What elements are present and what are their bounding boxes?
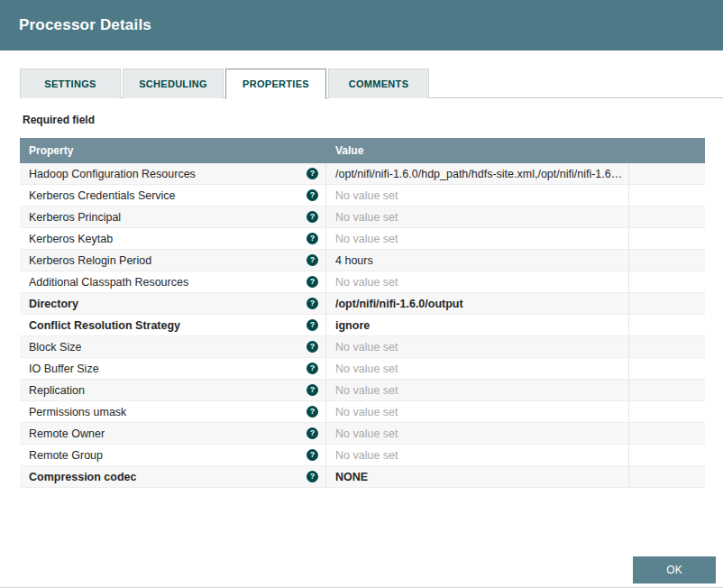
table-row: Kerberos Keytab? No value set — [20, 228, 705, 250]
property-name: Kerberos Relogin Period — [29, 254, 151, 267]
property-name: Kerberos Keytab — [29, 233, 113, 245]
property-value: No value set — [335, 384, 628, 397]
property-name: Hadoop Configuration Resources — [29, 168, 196, 180]
property-name: Replication — [29, 384, 85, 397]
table-row: Kerberos Credentials Service? No value s… — [20, 185, 705, 207]
property-value: 4 hours — [335, 254, 628, 267]
column-header-property: Property — [20, 144, 326, 157]
property-value: No value set — [335, 341, 628, 354]
table-row: Additional Classpath Resources? No value… — [20, 271, 705, 293]
help-icon[interactable]: ? — [307, 168, 318, 179]
property-name: Permissions umask — [29, 406, 126, 418]
property-value: No value set — [335, 211, 628, 224]
tab-properties[interactable]: PROPERTIES — [225, 69, 326, 99]
property-name: Additional Classpath Resources — [29, 276, 188, 289]
table-row: Replication? No value set — [20, 380, 705, 401]
help-icon[interactable]: ? — [307, 341, 318, 353]
help-icon[interactable]: ? — [307, 384, 318, 396]
tab-bar: SETTINGS SCHEDULING PROPERTIES COMMENTS — [20, 69, 723, 98]
property-name: Compression codec — [29, 471, 136, 483]
property-name: Block Size — [29, 341, 81, 354]
property-value: /opt/nifi/nifi-1.6.0/hdp_path/hdfs-site.… — [335, 168, 628, 180]
help-icon[interactable]: ? — [307, 363, 318, 374]
tab-scheduling[interactable]: SCHEDULING — [123, 69, 224, 98]
ok-button[interactable]: OK — [633, 556, 716, 583]
property-value: No value set — [335, 276, 628, 289]
help-icon[interactable]: ? — [307, 319, 318, 331]
property-value: No value set — [335, 363, 628, 375]
property-name: Kerberos Credentials Service — [29, 189, 176, 202]
property-value: ignore — [335, 319, 628, 332]
dialog-header: Processor Details — [0, 0, 723, 51]
table-row: Block Size? No value set — [20, 336, 705, 358]
property-value: No value set — [335, 189, 628, 202]
table-row: Kerberos Relogin Period? 4 hours — [20, 250, 705, 271]
property-value: No value set — [335, 427, 628, 440]
required-field-label: Required field — [23, 114, 95, 126]
table-row: Hadoop Configuration Resources? /opt/nif… — [20, 163, 705, 185]
table-row: Conflict Resolution Strategy? ignore — [20, 315, 705, 336]
help-icon[interactable]: ? — [307, 471, 318, 482]
table-row: Kerberos Principal? No value set — [20, 207, 705, 228]
table-row: Compression codec? NONE — [20, 466, 705, 488]
help-icon[interactable]: ? — [307, 406, 318, 418]
help-icon[interactable]: ? — [307, 449, 318, 461]
property-value: NONE — [335, 471, 628, 483]
help-icon[interactable]: ? — [307, 276, 318, 288]
property-name: IO Buffer Size — [29, 363, 99, 375]
table-row: Remote Group? No value set — [20, 445, 705, 466]
property-name: Kerberos Principal — [29, 211, 121, 224]
tab-comments[interactable]: COMMENTS — [328, 69, 429, 98]
property-name: Remote Group — [29, 449, 103, 462]
help-icon[interactable]: ? — [307, 254, 318, 266]
property-value: No value set — [335, 449, 628, 462]
help-icon[interactable]: ? — [307, 298, 318, 309]
property-value: No value set — [335, 406, 628, 418]
table-row: Directory? /opt/nifi/nifi-1.6.0/output — [20, 293, 705, 315]
help-icon[interactable]: ? — [307, 189, 318, 201]
tab-settings[interactable]: SETTINGS — [20, 69, 121, 98]
help-icon[interactable]: ? — [307, 211, 318, 223]
table-row: Remote Owner? No value set — [20, 423, 705, 445]
table-row: Permissions umask? No value set — [20, 401, 705, 423]
column-header-value: Value — [326, 144, 629, 157]
property-value: /opt/nifi/nifi-1.6.0/output — [335, 298, 628, 310]
property-name: Directory — [29, 298, 78, 310]
property-value: No value set — [335, 233, 628, 245]
help-icon[interactable]: ? — [307, 427, 318, 439]
property-name: Conflict Resolution Strategy — [29, 319, 180, 332]
dialog-title: Processor Details — [19, 16, 151, 34]
property-name: Remote Owner — [29, 427, 105, 440]
properties-table: Property Value Hadoop Configuration Reso… — [20, 138, 705, 488]
table-header-row: Property Value — [20, 138, 705, 163]
table-row: IO Buffer Size? No value set — [20, 358, 705, 380]
processor-details-dialog: Processor Details SETTINGS SCHEDULING PR… — [0, 0, 723, 588]
help-icon[interactable]: ? — [307, 233, 318, 244]
